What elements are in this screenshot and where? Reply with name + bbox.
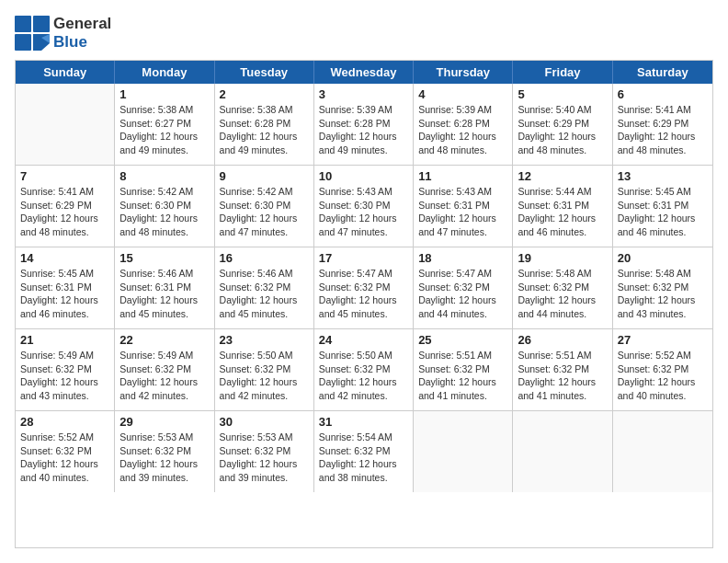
page: General Blue SundayMondayTuesdayWednesda… bbox=[0, 0, 728, 563]
day-number: 21 bbox=[20, 333, 109, 347]
day-number: 9 bbox=[220, 169, 309, 183]
day-number: 17 bbox=[319, 251, 408, 265]
day-info: Sunrise: 5:40 AMSunset: 6:29 PMDaylight:… bbox=[518, 103, 607, 157]
day-number: 24 bbox=[319, 333, 408, 347]
day-number: 5 bbox=[518, 87, 607, 101]
day-info: Sunrise: 5:43 AMSunset: 6:30 PMDaylight:… bbox=[319, 185, 408, 239]
day-info: Sunrise: 5:48 AMSunset: 6:32 PMDaylight:… bbox=[618, 267, 708, 321]
day-of-week-header: Friday bbox=[513, 61, 612, 84]
day-number: 3 bbox=[319, 87, 408, 101]
calendar-cell: 4Sunrise: 5:39 AMSunset: 6:28 PMDaylight… bbox=[414, 84, 513, 165]
calendar-week-row: 14Sunrise: 5:45 AMSunset: 6:31 PMDayligh… bbox=[16, 247, 712, 329]
calendar-cell bbox=[414, 411, 513, 492]
day-info: Sunrise: 5:53 AMSunset: 6:32 PMDaylight:… bbox=[119, 431, 209, 485]
calendar-cell: 2Sunrise: 5:38 AMSunset: 6:28 PMDaylight… bbox=[215, 84, 314, 165]
day-info: Sunrise: 5:45 AMSunset: 6:31 PMDaylight:… bbox=[20, 267, 109, 321]
calendar: SundayMondayTuesdayWednesdayThursdayFrid… bbox=[15, 60, 713, 548]
calendar-cell: 10Sunrise: 5:43 AMSunset: 6:30 PMDayligh… bbox=[314, 166, 414, 247]
calendar-header: SundayMondayTuesdayWednesdayThursdayFrid… bbox=[16, 61, 712, 84]
calendar-cell: 15Sunrise: 5:46 AMSunset: 6:31 PMDayligh… bbox=[115, 247, 214, 328]
day-number: 7 bbox=[20, 169, 109, 183]
day-info: Sunrise: 5:49 AMSunset: 6:32 PMDaylight:… bbox=[20, 349, 109, 403]
day-number: 18 bbox=[418, 251, 507, 265]
day-info: Sunrise: 5:42 AMSunset: 6:30 PMDaylight:… bbox=[119, 185, 209, 239]
calendar-cell: 26Sunrise: 5:51 AMSunset: 6:32 PMDayligh… bbox=[513, 329, 612, 410]
day-info: Sunrise: 5:50 AMSunset: 6:32 PMDaylight:… bbox=[319, 349, 408, 403]
day-info: Sunrise: 5:39 AMSunset: 6:28 PMDaylight:… bbox=[319, 103, 408, 157]
calendar-cell: 27Sunrise: 5:52 AMSunset: 6:32 PMDayligh… bbox=[613, 329, 712, 410]
day-info: Sunrise: 5:50 AMSunset: 6:32 PMDaylight:… bbox=[220, 349, 309, 403]
day-info: Sunrise: 5:41 AMSunset: 6:29 PMDaylight:… bbox=[20, 185, 109, 239]
logo-svg bbox=[15, 16, 50, 51]
day-info: Sunrise: 5:52 AMSunset: 6:32 PMDaylight:… bbox=[20, 431, 109, 485]
day-number: 13 bbox=[618, 169, 708, 183]
day-number: 1 bbox=[119, 87, 209, 101]
day-of-week-header: Monday bbox=[115, 61, 214, 84]
day-info: Sunrise: 5:47 AMSunset: 6:32 PMDaylight:… bbox=[319, 267, 408, 321]
day-info: Sunrise: 5:46 AMSunset: 6:32 PMDaylight:… bbox=[220, 267, 309, 321]
day-info: Sunrise: 5:47 AMSunset: 6:32 PMDaylight:… bbox=[418, 267, 507, 321]
svg-rect-1 bbox=[33, 16, 50, 32]
svg-rect-0 bbox=[15, 16, 31, 32]
day-number: 8 bbox=[119, 169, 209, 183]
calendar-cell: 23Sunrise: 5:50 AMSunset: 6:32 PMDayligh… bbox=[215, 329, 314, 410]
calendar-cell: 22Sunrise: 5:49 AMSunset: 6:32 PMDayligh… bbox=[115, 329, 214, 410]
calendar-cell: 21Sunrise: 5:49 AMSunset: 6:32 PMDayligh… bbox=[16, 329, 115, 410]
header: General Blue bbox=[15, 15, 713, 51]
logo: General Blue bbox=[15, 15, 111, 51]
calendar-cell: 25Sunrise: 5:51 AMSunset: 6:32 PMDayligh… bbox=[414, 329, 513, 410]
calendar-cell: 31Sunrise: 5:54 AMSunset: 6:32 PMDayligh… bbox=[314, 411, 414, 492]
day-number: 16 bbox=[220, 251, 309, 265]
day-info: Sunrise: 5:41 AMSunset: 6:29 PMDaylight:… bbox=[618, 103, 708, 157]
day-info: Sunrise: 5:45 AMSunset: 6:31 PMDaylight:… bbox=[618, 185, 708, 239]
calendar-cell bbox=[513, 411, 612, 492]
day-number: 20 bbox=[618, 251, 708, 265]
calendar-cell: 11Sunrise: 5:43 AMSunset: 6:31 PMDayligh… bbox=[414, 166, 513, 247]
day-number: 10 bbox=[319, 169, 408, 183]
calendar-cell: 18Sunrise: 5:47 AMSunset: 6:32 PMDayligh… bbox=[414, 247, 513, 328]
calendar-cell: 24Sunrise: 5:50 AMSunset: 6:32 PMDayligh… bbox=[314, 329, 414, 410]
calendar-cell: 3Sunrise: 5:39 AMSunset: 6:28 PMDaylight… bbox=[314, 84, 414, 165]
day-info: Sunrise: 5:49 AMSunset: 6:32 PMDaylight:… bbox=[119, 349, 209, 403]
calendar-cell: 29Sunrise: 5:53 AMSunset: 6:32 PMDayligh… bbox=[115, 411, 214, 492]
day-number: 15 bbox=[119, 251, 209, 265]
day-number: 26 bbox=[518, 333, 607, 347]
day-info: Sunrise: 5:46 AMSunset: 6:31 PMDaylight:… bbox=[119, 267, 209, 321]
calendar-cell: 20Sunrise: 5:48 AMSunset: 6:32 PMDayligh… bbox=[613, 247, 712, 328]
day-info: Sunrise: 5:53 AMSunset: 6:32 PMDaylight:… bbox=[220, 431, 309, 485]
calendar-week-row: 7Sunrise: 5:41 AMSunset: 6:29 PMDaylight… bbox=[16, 166, 712, 247]
day-of-week-header: Thursday bbox=[414, 61, 513, 84]
day-number: 31 bbox=[319, 415, 408, 429]
day-number: 2 bbox=[220, 87, 309, 101]
day-info: Sunrise: 5:48 AMSunset: 6:32 PMDaylight:… bbox=[518, 267, 607, 321]
day-number: 22 bbox=[119, 333, 209, 347]
day-number: 11 bbox=[418, 169, 507, 183]
day-of-week-header: Sunday bbox=[16, 61, 115, 84]
calendar-cell: 6Sunrise: 5:41 AMSunset: 6:29 PMDaylight… bbox=[613, 84, 712, 165]
day-info: Sunrise: 5:43 AMSunset: 6:31 PMDaylight:… bbox=[418, 185, 507, 239]
day-number: 12 bbox=[518, 169, 607, 183]
day-of-week-header: Saturday bbox=[613, 61, 712, 84]
calendar-week-row: 21Sunrise: 5:49 AMSunset: 6:32 PMDayligh… bbox=[16, 329, 712, 411]
day-info: Sunrise: 5:42 AMSunset: 6:30 PMDaylight:… bbox=[220, 185, 309, 239]
day-info: Sunrise: 5:44 AMSunset: 6:31 PMDaylight:… bbox=[518, 185, 607, 239]
day-info: Sunrise: 5:54 AMSunset: 6:32 PMDaylight:… bbox=[319, 431, 408, 485]
day-info: Sunrise: 5:38 AMSunset: 6:28 PMDaylight:… bbox=[220, 103, 309, 157]
day-number: 23 bbox=[220, 333, 309, 347]
day-number: 25 bbox=[418, 333, 507, 347]
day-number: 14 bbox=[20, 251, 109, 265]
day-number: 29 bbox=[119, 415, 209, 429]
calendar-cell: 17Sunrise: 5:47 AMSunset: 6:32 PMDayligh… bbox=[314, 247, 414, 328]
day-of-week-header: Wednesday bbox=[314, 61, 414, 84]
calendar-cell: 9Sunrise: 5:42 AMSunset: 6:30 PMDaylight… bbox=[215, 166, 314, 247]
day-number: 28 bbox=[20, 415, 109, 429]
calendar-cell: 5Sunrise: 5:40 AMSunset: 6:29 PMDaylight… bbox=[513, 84, 612, 165]
day-number: 30 bbox=[220, 415, 309, 429]
svg-rect-2 bbox=[15, 34, 31, 51]
calendar-cell: 13Sunrise: 5:45 AMSunset: 6:31 PMDayligh… bbox=[613, 166, 712, 247]
day-number: 27 bbox=[618, 333, 708, 347]
calendar-week-row: 1Sunrise: 5:38 AMSunset: 6:27 PMDaylight… bbox=[16, 84, 712, 166]
calendar-cell bbox=[613, 411, 712, 492]
calendar-cell bbox=[16, 84, 115, 165]
calendar-week-row: 28Sunrise: 5:52 AMSunset: 6:32 PMDayligh… bbox=[16, 411, 712, 492]
